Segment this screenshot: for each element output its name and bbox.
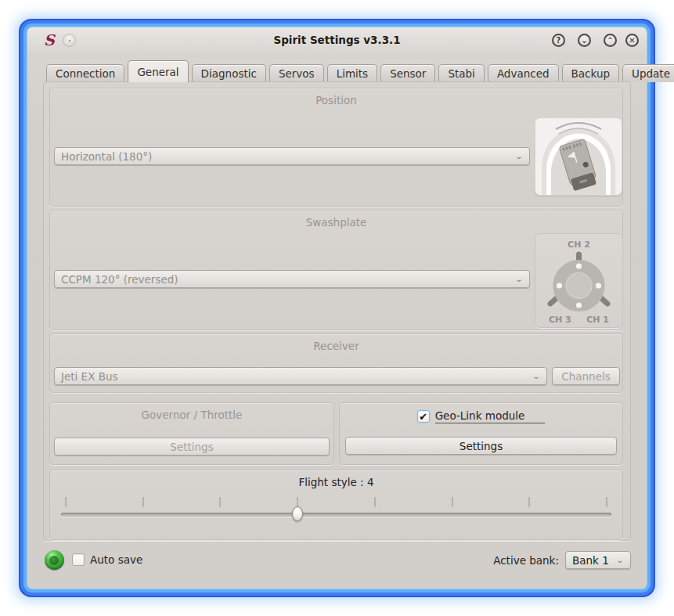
tab-label: Servos [279,67,315,80]
governor-group: Governor / Throttle Settings [49,402,334,465]
flight-style-title: Flight style : 4 [50,476,622,488]
tab-bar: Connection General Diagnostic Servos Lim… [46,62,628,82]
auto-save-row: Auto save [72,553,142,566]
channels-button-label: Channels [561,370,610,383]
swashplate-select-value: CCPM 120° (reversed) [61,273,178,286]
swashplate-group: Swashplate CCPM 120° (reversed) ⌄ CH 2 [49,210,623,330]
help-button[interactable]: ? [552,34,565,47]
spirit-settings-window: S Spirit Settings v3.3.1 ? ⌄ ⌃ ✕ Connect… [27,27,647,589]
receiver-select[interactable]: Jeti EX Bus ⌄ [54,367,547,385]
general-tab-panel: Position Horizontal (180°) ⌄ [43,81,631,541]
active-bank-label: Active bank: [493,554,559,567]
governor-settings-label: Settings [170,441,213,453]
unit-orientation-illustration [535,118,622,195]
tab-advanced[interactable]: Advanced [488,64,559,82]
swashplate-select[interactable]: CCPM 120° (reversed) ⌄ [54,270,530,288]
geolink-checkbox[interactable]: ✔ [417,410,430,423]
geolink-group: ✔ Geo-Link module Settings [339,402,623,465]
tab-label: Advanced [497,67,550,80]
tab-update[interactable]: Update [622,64,674,82]
flight-style-group: Flight style : 4 [49,470,623,540]
tab-general[interactable]: General [128,60,188,82]
chevron-down-icon: ⌄ [515,152,523,160]
geolink-checkbox-row: ✔ Geo-Link module [340,409,622,423]
governor-group-title: Governor / Throttle [50,409,333,421]
tab-label: General [137,66,178,78]
receiver-group-title: Receiver [50,340,622,352]
tab-diagnostic[interactable]: Diagnostic [192,64,266,82]
tab-label: Update [632,67,670,80]
flight-style-slider[interactable] [61,497,611,530]
active-bank-select[interactable]: Bank 1 ⌄ [565,551,631,569]
flight-style-handle[interactable] [292,506,303,521]
flight-style-handle-track [66,506,607,522]
tab-label: Stabi [448,67,474,80]
tab-servos[interactable]: Servos [269,64,324,82]
swash-ch3-label: CH 3 [549,315,571,325]
chevron-up-icon: ⌃ [607,37,613,45]
chevron-down-icon: ⌄ [515,275,523,283]
position-select[interactable]: Horizontal (180°) ⌄ [54,147,530,165]
titlebar[interactable]: S Spirit Settings v3.3.1 ? ⌄ ⌃ ✕ [27,27,647,53]
tab-label: Diagnostic [201,67,257,80]
chevron-down-icon: ⌄ [616,556,624,564]
chevron-down-icon: ⌄ [532,372,540,380]
tab-limits[interactable]: Limits [327,64,378,82]
active-bank-value: Bank 1 [572,554,609,567]
swashplate-diagram: CH 2 CH 3 CH 1 [535,233,623,328]
tab-backup[interactable]: Backup [562,64,620,82]
geolink-settings-label: Settings [460,440,503,452]
geolink-label[interactable]: Geo-Link module [435,409,546,423]
swashplate-group-title: Swashplate [50,216,622,229]
close-icon: ✕ [629,37,635,45]
tab-sensor[interactable]: Sensor [380,64,435,82]
swash-ch2-label: CH 2 [568,240,590,250]
tab-label: Limits [337,67,369,80]
swashplate-illustration: CH 2 CH 3 CH 1 [535,234,622,327]
channels-button[interactable]: Channels [552,367,620,385]
tab-label: Connection [56,67,115,80]
status-led-indicator [45,550,64,570]
active-bank-row: Active bank: Bank 1 ⌄ [493,551,631,569]
shade-button[interactable]: ⌄ [578,34,591,47]
tab-stabi[interactable]: Stabi [438,64,484,82]
close-button[interactable]: ✕ [625,34,639,47]
chevron-down-icon: ⌄ [581,37,587,45]
position-orientation-image [535,117,622,196]
swash-ch1-label: CH 1 [586,315,609,325]
position-group: Position Horizontal (180°) ⌄ [49,88,623,207]
receiver-group: Receiver Jeti EX Bus ⌄ Channels [49,333,623,393]
help-icon: ? [557,37,561,45]
geolink-settings-button[interactable]: Settings [345,437,617,455]
position-group-title: Position [50,94,622,106]
tab-label: Sensor [390,67,426,80]
status-bar: Auto save Active bank: Bank 1 ⌄ [43,548,631,575]
keep-above-button[interactable]: ⌃ [604,34,617,47]
tab-label: Backup [571,67,611,80]
tab-connection[interactable]: Connection [46,64,124,82]
governor-settings-button[interactable]: Settings [54,438,330,456]
auto-save-label[interactable]: Auto save [90,553,142,566]
position-select-value: Horizontal (180°) [61,150,152,163]
receiver-select-value: Jeti EX Bus [61,370,118,383]
auto-save-checkbox[interactable] [72,553,85,566]
